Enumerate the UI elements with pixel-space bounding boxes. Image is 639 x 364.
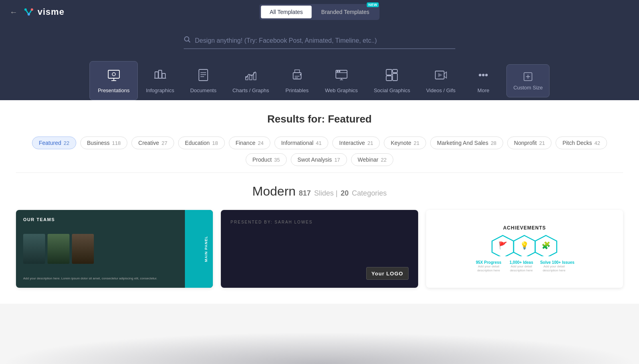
teams-title: OUR TEAMS: [23, 217, 206, 222]
filter-tag-product[interactable]: Product35: [246, 153, 287, 166]
slides-separator: Slides |: [314, 189, 337, 198]
categories-count: 20: [341, 189, 349, 198]
photo-2: [48, 234, 69, 264]
template-grid: OUR TEAMS Add your description here. Lor…: [16, 210, 623, 304]
dark-card-top: PRESENTED BY: SARAH LOWES: [230, 218, 408, 225]
filter-tag-webinar[interactable]: Webinar22: [351, 153, 393, 166]
modern-section-header: Modern 817 Slides | 20 Categories: [16, 184, 623, 199]
svg-rect-11: [155, 72, 158, 78]
filter-tag-swot-analysis[interactable]: Swot Analysis17: [291, 153, 347, 166]
custom-size-button[interactable]: Custom Size: [506, 64, 550, 97]
svg-rect-6: [108, 70, 119, 78]
filter-tag-finance[interactable]: Finance24: [229, 136, 270, 149]
template-card-achievements[interactable]: ACHIEVEMENTS 🚩 💡 🧩 95X Progress: [426, 210, 623, 288]
teams-content: OUR TEAMS Add your description here. Lor…: [16, 210, 213, 288]
logo-text: visme: [38, 7, 64, 17]
photo-1: [23, 234, 45, 264]
filter-tag-interactive[interactable]: Interactive21: [332, 136, 380, 149]
all-templates-tab[interactable]: All Templates: [261, 6, 312, 18]
cat-infographics[interactable]: Infographics: [138, 61, 182, 100]
svg-marker-38: [439, 73, 442, 77]
search-bar: [184, 36, 455, 49]
photo-3: [72, 234, 94, 264]
top-bar: ← visme All Templates Branded Templates …: [0, 0, 639, 24]
filter-tags: Featured22Business118Creative27Education…: [16, 136, 623, 166]
cat-more-label: More: [478, 87, 490, 93]
svg-rect-13: [162, 73, 165, 78]
hero-section: Presentations Infographics: [0, 24, 639, 100]
svg-point-2: [28, 13, 30, 16]
cat-videos-gifs[interactable]: Videos / Gifs: [418, 61, 463, 100]
cat-documents[interactable]: Documents: [182, 61, 224, 100]
svg-line-5: [189, 41, 191, 43]
template-tabs: All Templates Branded Templates NEW: [259, 4, 379, 20]
categories-label: Categories: [352, 189, 387, 198]
dark-logo-box: Your LOGO: [366, 267, 409, 280]
search-input[interactable]: [195, 37, 455, 44]
infographics-icon: [153, 68, 167, 84]
svg-point-3: [31, 8, 33, 11]
cat-videos-gifs-label: Videos / Gifs: [426, 87, 455, 93]
svg-text:💡: 💡: [520, 241, 529, 250]
custom-size-label: Custom Size: [513, 85, 543, 91]
svg-point-9: [112, 73, 115, 76]
filter-tag-education[interactable]: Education18: [178, 136, 225, 149]
filter-tag-pitch-decks[interactable]: Pitch Decks42: [556, 136, 607, 149]
filter-tag-business[interactable]: Business118: [80, 136, 128, 149]
cat-social-graphics[interactable]: Social Graphics: [366, 61, 418, 100]
cat-charts-label: Charts / Graphs: [232, 87, 269, 93]
svg-marker-37: [444, 72, 447, 78]
svg-rect-32: [386, 69, 392, 75]
search-icon: [184, 36, 191, 45]
cat-presentations[interactable]: Presentations: [89, 61, 138, 100]
stat-2: 1,000+ Ideas Add your detail description…: [507, 260, 535, 273]
teams-description: Add your description here. Lorem ipsum d…: [23, 276, 206, 281]
svg-point-40: [482, 74, 484, 76]
branded-templates-tab-wrapper: Branded Templates NEW: [312, 6, 378, 18]
svg-point-39: [479, 74, 481, 76]
svg-point-28: [337, 71, 338, 72]
charts-icon: [244, 68, 258, 84]
documents-icon: [196, 68, 210, 84]
branded-templates-tab[interactable]: Branded Templates: [312, 6, 378, 18]
divider: [16, 172, 623, 173]
dark-logo: Your LOGO: [371, 271, 403, 277]
hex-2: 💡: [512, 235, 537, 256]
logo: visme: [22, 6, 64, 18]
svg-point-0: [23, 6, 34, 18]
cat-documents-label: Documents: [190, 87, 216, 93]
presentations-icon: [107, 68, 121, 84]
cat-printables-label: Printables: [286, 87, 309, 93]
template-card-teams[interactable]: OUR TEAMS Add your description here. Lor…: [16, 210, 213, 288]
svg-point-25: [300, 74, 301, 75]
filter-tag-nonprofit[interactable]: Nonprofit21: [507, 136, 552, 149]
svg-rect-15: [199, 69, 208, 81]
svg-point-4: [185, 37, 189, 41]
web-graphics-icon: [334, 68, 349, 84]
achievements-title: ACHIEVEMENTS: [503, 225, 546, 231]
cat-more[interactable]: More: [463, 61, 503, 100]
svg-point-41: [486, 74, 488, 76]
filter-tag-featured[interactable]: Featured22: [32, 136, 76, 149]
cat-printables[interactable]: Printables: [277, 61, 317, 100]
svg-rect-34: [393, 69, 397, 73]
filter-tag-marketing-and-sales[interactable]: Marketing And Sales28: [430, 136, 503, 149]
filter-tag-informational[interactable]: Informational41: [274, 136, 328, 149]
svg-rect-12: [159, 70, 162, 78]
visme-logo-icon: [22, 6, 35, 18]
svg-rect-33: [386, 76, 392, 81]
filter-tag-keynote[interactable]: Keynote21: [384, 136, 426, 149]
results-section: Results for: Featured Featured22Business…: [0, 100, 639, 304]
dark-subtitle: PRESENTED BY: SARAH LOWES: [230, 220, 313, 224]
cat-infographics-label: Infographics: [146, 87, 174, 93]
achievements-stats: 95X Progress Add your detail description…: [474, 260, 574, 273]
cat-charts[interactable]: Charts / Graphs: [224, 61, 277, 100]
printables-icon: [290, 68, 304, 84]
achievements-hexes: 🚩 💡 🧩: [490, 235, 558, 256]
cat-web-graphics[interactable]: Web Graphics: [317, 61, 366, 100]
filter-tag-creative[interactable]: Creative27: [131, 136, 174, 149]
back-button[interactable]: ←: [10, 8, 18, 16]
template-card-dark[interactable]: PRESENTED BY: SARAH LOWES Your LOGO: [221, 210, 418, 288]
new-badge: NEW: [367, 2, 379, 7]
category-nav: Presentations Infographics: [0, 61, 639, 100]
